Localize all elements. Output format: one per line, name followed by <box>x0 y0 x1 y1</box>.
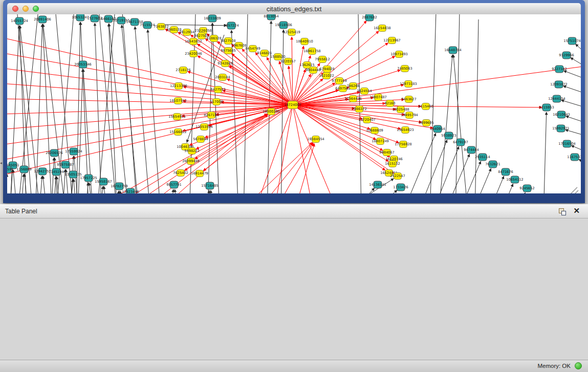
red-edge[interactable] <box>273 143 314 193</box>
graph-node-label: 15166822 <box>169 130 187 134</box>
black-edge[interactable] <box>109 24 129 193</box>
window-title: citations_edges.txt <box>7 5 581 13</box>
black-edge[interactable] <box>499 184 513 193</box>
black-edge[interactable] <box>430 14 436 193</box>
black-edge[interactable] <box>122 25 139 193</box>
red-edge[interactable] <box>293 105 401 129</box>
black-edge[interactable] <box>561 100 581 109</box>
graph-node-label: 8215953 <box>539 105 554 110</box>
graph-node-label: 9242848 <box>217 61 232 65</box>
black-edge[interactable] <box>116 191 119 193</box>
graph-node-label: 9329966 <box>559 53 574 57</box>
black-edge[interactable] <box>515 192 525 193</box>
graph-node-label: 10688609 <box>366 128 383 133</box>
black-edge[interactable] <box>122 14 138 193</box>
black-edge[interactable] <box>563 86 581 95</box>
graph-node-label: 12093872 <box>550 82 568 86</box>
graph-node-label: 16033809 <box>204 16 221 20</box>
graph-node-label: 1588520 <box>270 55 285 59</box>
memory-ok-indicator <box>575 362 582 369</box>
black-edge[interactable] <box>104 186 107 193</box>
black-edge[interactable] <box>563 71 581 81</box>
graph-node-label: 2935114 <box>475 155 490 159</box>
red-edge[interactable] <box>188 72 293 105</box>
black-edge[interactable] <box>579 159 581 166</box>
network-graph[interactable]: 1405572420891406106532471527602646616010… <box>7 14 581 193</box>
black-edge[interactable] <box>487 176 504 193</box>
red-edge[interactable] <box>293 105 340 193</box>
graph-node-label: 16648784 <box>444 48 462 52</box>
black-edge[interactable] <box>455 14 460 193</box>
graph-node-label: 1640954 <box>430 127 445 131</box>
black-edge[interactable] <box>99 14 117 193</box>
graph-node-label: 9146821 <box>257 51 272 55</box>
graph-node-label: 9857791 <box>166 183 181 187</box>
black-edge[interactable] <box>210 190 215 193</box>
black-edge[interactable] <box>39 176 42 193</box>
graph-node-label: 1167533 <box>567 155 581 159</box>
graph-node-label: 13505135 <box>64 172 82 177</box>
graph-node-label: 2803144 <box>215 75 230 79</box>
close-panel-icon[interactable]: ✕ <box>573 206 580 215</box>
red-edge[interactable] <box>292 37 293 105</box>
graph-node-label: 8471676 <box>498 170 513 174</box>
red-edge[interactable] <box>273 105 293 193</box>
graph-node-label: 6794028 <box>319 67 334 71</box>
network-canvas[interactable]: 1405572420891406106532471527602646616010… <box>7 14 581 193</box>
black-edge[interactable] <box>439 55 452 193</box>
graph-node-label: 12973183 <box>400 82 417 86</box>
graph-node-label: 2887682 <box>362 15 377 19</box>
graph-node-label: 12353594 <box>195 125 213 129</box>
black-edge[interactable] <box>208 23 212 193</box>
graph-node-label: 9827508 <box>221 39 235 43</box>
black-edge[interactable] <box>453 55 468 193</box>
graph-node-label: 17016504 <box>558 142 576 146</box>
graph-node-label: 1527602 <box>87 16 102 20</box>
window-titlebar[interactable]: citations_edges.txt <box>7 3 581 15</box>
graph-node-label: 2718176 <box>176 68 190 72</box>
black-edge[interactable] <box>80 22 89 193</box>
black-edge[interactable] <box>543 112 547 193</box>
red-edge[interactable] <box>7 105 293 145</box>
black-edge[interactable] <box>175 189 179 193</box>
black-edge[interactable] <box>571 145 581 154</box>
black-edge[interactable] <box>97 14 115 193</box>
graph-node-label: 91975887 <box>57 163 74 167</box>
graph-node-label: 2522547 <box>390 174 405 178</box>
black-edge[interactable] <box>170 189 173 193</box>
black-edge[interactable] <box>148 30 161 193</box>
red-edge[interactable] <box>183 86 293 105</box>
network-view-window[interactable]: citations_edges.txt 14055724208914061065… <box>3 0 585 203</box>
black-edge[interactable] <box>13 170 17 193</box>
black-edge[interactable] <box>566 116 581 124</box>
red-edge[interactable] <box>293 65 581 105</box>
black-edge[interactable] <box>53 177 56 193</box>
graph-node-label: 18724007 <box>284 103 301 107</box>
red-edge[interactable] <box>102 114 267 193</box>
black-edge[interactable] <box>471 168 491 193</box>
black-edge[interactable] <box>475 19 478 193</box>
graph-node-label: 2967608 <box>231 43 246 48</box>
graph-node-label: 7485063 <box>397 67 412 71</box>
black-edge[interactable] <box>161 25 227 26</box>
splitter-collapse-icon[interactable]: ◂ <box>0 161 2 165</box>
graph-node-label: 9777169 <box>332 79 346 83</box>
graph-node-label: 21364436 <box>344 97 362 101</box>
graph-node-label: 19218506 <box>275 23 292 27</box>
graph-node-label: 1145194 <box>49 170 63 174</box>
float-panel-icon[interactable] <box>559 208 565 215</box>
red-edge[interactable] <box>7 68 293 105</box>
graph-node-label: 5498222 <box>184 149 199 153</box>
red-edge[interactable] <box>198 56 293 105</box>
black-edge[interactable] <box>565 130 581 137</box>
black-edge[interactable] <box>43 176 47 193</box>
graph-node-label: 17756928 <box>395 142 412 146</box>
red-edge[interactable] <box>294 144 314 193</box>
black-edge[interactable] <box>206 190 209 193</box>
black-edge[interactable] <box>458 161 481 193</box>
graph-node-label: 92160 <box>385 101 396 105</box>
graph-node-label: 9474444 <box>464 148 478 152</box>
black-edge[interactable] <box>576 44 581 58</box>
graph-node-label: 10807487 <box>369 95 387 99</box>
red-edge[interactable] <box>198 44 293 105</box>
